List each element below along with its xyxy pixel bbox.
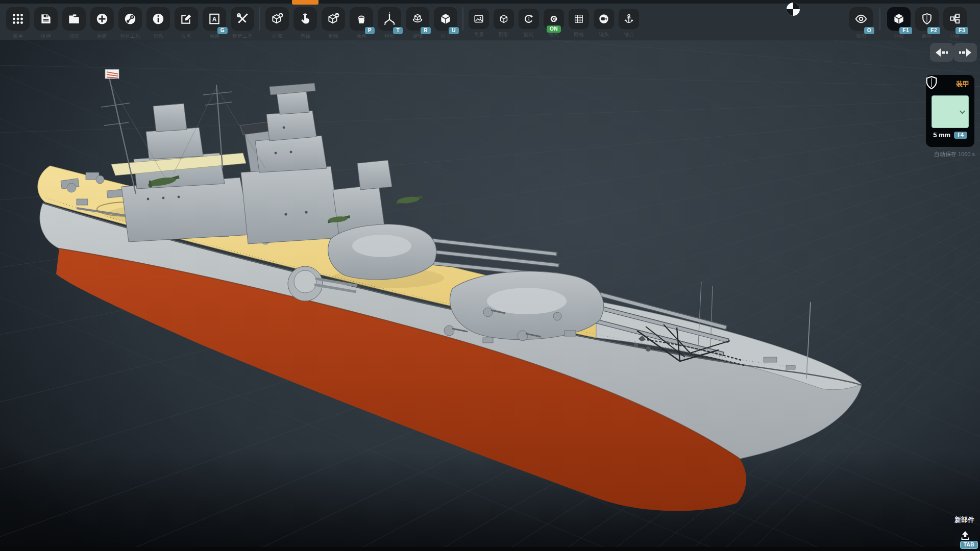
toolbar-button-info[interactable]: 信息 bbox=[146, 7, 170, 31]
cube-solid-icon bbox=[439, 12, 452, 26]
toolbar-button-label: 新建 bbox=[97, 33, 107, 40]
toolbar-button-groups-view[interactable]: 分组F3 bbox=[943, 7, 967, 31]
toolbar-button-scale[interactable]: 尺寸U bbox=[434, 7, 457, 31]
pencil-square-icon bbox=[180, 12, 193, 26]
key-badge: T bbox=[393, 27, 403, 34]
shield-icon bbox=[924, 74, 939, 91]
toolbar-button-decal[interactable]: A涂装G bbox=[203, 7, 226, 31]
key-badge: R bbox=[421, 27, 431, 34]
cube-outline-icon bbox=[498, 13, 509, 24]
toolbar-button-rotate[interactable]: 旋转R bbox=[406, 7, 429, 31]
new-part-button[interactable]: TAB bbox=[953, 524, 977, 546]
undo-arrow-button[interactable] bbox=[930, 43, 953, 62]
floppy-icon bbox=[39, 12, 53, 26]
toolbar-button-rename[interactable]: 改名 bbox=[175, 7, 198, 31]
active-tool-indicator bbox=[292, 0, 318, 5]
toolbar-button-label: 涂色 bbox=[356, 33, 366, 40]
toolbar-button-label: 创意工坊 bbox=[120, 33, 140, 40]
svg-text:X: X bbox=[393, 22, 395, 26]
toolbar-group-file: 菜单保存读取新建创意工坊信息改名A涂装G建造工具 bbox=[6, 7, 254, 31]
toolbar-button-label: 保存 bbox=[41, 33, 51, 40]
toolbar-button-label: 移动 bbox=[384, 33, 395, 40]
key-badge: O bbox=[864, 27, 874, 34]
hand-icon bbox=[299, 12, 312, 26]
toolbar-button-select[interactable]: 选择 bbox=[293, 7, 317, 31]
battleship-model[interactable] bbox=[0, 0, 980, 551]
toolbar-button-shadow[interactable]: 阴影 bbox=[494, 9, 514, 29]
toolbar-button-anchor[interactable]: 锚点 bbox=[619, 9, 639, 29]
toolbar-group-edit: 添加选择删除涂色PYZX移动T旋转R尺寸U bbox=[265, 7, 457, 31]
toolbar-button-label: 菜单 bbox=[13, 33, 23, 40]
toolbar-group-view: 背景阴影旋转模式ON网格镜头锚点 bbox=[469, 7, 639, 29]
toolbar-button-label: 镜头 bbox=[599, 31, 609, 38]
bottom-letterbox bbox=[0, 547, 980, 551]
toolbar-button-new[interactable]: 新建 bbox=[90, 7, 114, 31]
steam-icon bbox=[124, 12, 137, 26]
shield-icon bbox=[920, 12, 934, 26]
toolbar-button-label: 读取 bbox=[69, 33, 79, 40]
redo-arrow-button[interactable] bbox=[953, 43, 977, 62]
axes-icon: YZX bbox=[383, 12, 396, 26]
center-of-mass-icon bbox=[786, 2, 800, 16]
toolbar-separator bbox=[259, 7, 260, 31]
toolbar-button-remove-block[interactable]: 删除 bbox=[322, 7, 345, 31]
toolbar-button-paint[interactable]: 涂色P bbox=[350, 7, 373, 31]
blocks-icon bbox=[948, 12, 962, 26]
toolbar-button-add-block[interactable]: 添加 bbox=[265, 7, 289, 31]
svg-text:Z: Z bbox=[384, 22, 386, 26]
toolbar-button-blocks-view[interactable]: 外观F1 bbox=[887, 7, 911, 31]
toolbar-separator bbox=[879, 7, 880, 31]
toolbar-button-camera[interactable]: 镜头 bbox=[594, 9, 614, 29]
svg-text:Y: Y bbox=[388, 12, 390, 14]
svg-text:A: A bbox=[212, 16, 217, 23]
toolbar-button-grid[interactable]: 网格 bbox=[569, 9, 589, 29]
toolbar-button-label: 建造工具 bbox=[232, 33, 253, 40]
toolbar-button-build-tools[interactable]: 建造工具 bbox=[231, 7, 254, 31]
toolbar-button-turntable[interactable]: 旋转 bbox=[519, 9, 539, 29]
toolbar-button-label: 旋转 bbox=[524, 31, 534, 38]
toolbar-button-background[interactable]: 背景 bbox=[469, 9, 489, 29]
armor-color-swatch[interactable] bbox=[932, 95, 969, 128]
key-badge: F3 bbox=[955, 27, 968, 34]
toolbar-button-visibility[interactable]: 视图O bbox=[849, 7, 873, 31]
cube-plus-icon bbox=[271, 12, 284, 26]
toolbar-button-label: 添加 bbox=[272, 33, 282, 40]
toolbar-button-menu[interactable]: 菜单 bbox=[6, 7, 30, 31]
a-square-icon: A bbox=[208, 12, 221, 26]
new-part-key-badge: TAB bbox=[960, 541, 978, 549]
eye-icon bbox=[854, 12, 868, 26]
toolbar-button-workshop[interactable]: 创意工坊 bbox=[118, 7, 142, 31]
key-badge: G bbox=[217, 27, 228, 34]
tools-icon bbox=[236, 12, 249, 26]
grid-icon bbox=[573, 13, 584, 24]
toolbar-button-armor-view[interactable]: 装甲F2 bbox=[915, 7, 939, 31]
menu-grid-icon bbox=[11, 12, 24, 26]
toolbar-button-label: 选择 bbox=[300, 33, 310, 40]
toolbar-button-mode[interactable]: 模式ON bbox=[544, 9, 564, 29]
window-top-strip bbox=[0, 0, 980, 4]
naval-flag bbox=[105, 69, 119, 79]
toolbar-separator bbox=[462, 7, 463, 31]
camera-icon bbox=[598, 13, 609, 24]
viewport-3d[interactable] bbox=[0, 0, 980, 551]
toolbar-button-save[interactable]: 保存 bbox=[34, 7, 58, 31]
autosave-value: 1060 s bbox=[958, 151, 975, 157]
armor-panel: 装甲 5 mm F4 bbox=[926, 75, 974, 147]
toolbar-button-label: 删除 bbox=[328, 33, 338, 40]
toolbar-button-label: 改名 bbox=[181, 33, 191, 40]
toolbar-button-open[interactable]: 读取 bbox=[62, 7, 86, 31]
toolbar-group-right: 视图O外观F1装甲F2分组F3 bbox=[849, 7, 967, 31]
rotate-c-icon bbox=[523, 13, 534, 24]
bucket-icon bbox=[355, 12, 368, 26]
toolbar-button-label: 网格 bbox=[574, 31, 584, 38]
top-toolbar: 菜单保存读取新建创意工坊信息改名A涂装G建造工具添加选择删除涂色PYZX移动T旋… bbox=[0, 0, 980, 40]
info-circle-icon bbox=[152, 12, 165, 26]
armor-key-badge: F4 bbox=[954, 132, 967, 139]
cube-rotate-icon bbox=[411, 12, 424, 26]
key-badge: ON bbox=[547, 26, 561, 33]
key-badge: U bbox=[449, 27, 459, 34]
folder-icon bbox=[67, 12, 81, 26]
cube-solid-icon bbox=[892, 12, 905, 26]
toolbar-button-move[interactable]: YZX移动T bbox=[378, 7, 401, 31]
plus-circle-icon bbox=[95, 12, 109, 26]
